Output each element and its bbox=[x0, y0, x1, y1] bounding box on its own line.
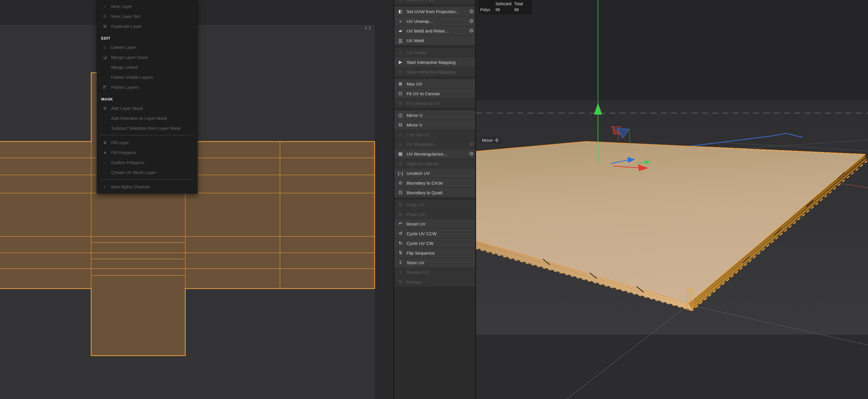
panel-item-label: UV Straighten... bbox=[407, 142, 468, 147]
panel-item-label: Copy UV bbox=[407, 202, 475, 207]
menu-item-label: Delete Layer bbox=[111, 45, 136, 50]
panel-item-label: Start Interactive Mapping bbox=[407, 60, 475, 65]
panel-item-set-uvw-from-projection[interactable]: ◧Set UVW from Projection...⚙ bbox=[394, 7, 475, 16]
boundary-quad-icon: ⊡ bbox=[397, 190, 404, 195]
panel-item-boundary-to-quad[interactable]: ⊡Boundary to Quad bbox=[394, 188, 475, 197]
fit-uv-icon: ⊡ bbox=[397, 91, 404, 96]
panel-item-reset-uv[interactable]: ↶Reset UV bbox=[394, 219, 475, 229]
peeler-icon: ▱ bbox=[397, 50, 404, 55]
menu-item-create-uv-mesh-layer: Create UV Mesh Layer bbox=[97, 167, 197, 177]
rectangularize-icon: ▦ bbox=[397, 151, 404, 157]
panel-item-label: Flip Sequence bbox=[407, 251, 475, 256]
panel-item-cycle-uv-cw[interactable]: ↻Cycle UV CW bbox=[394, 238, 475, 248]
panel-item-label: UV Rectangularize... bbox=[407, 152, 468, 157]
menu-item-flatten-layers: ◩Flatten Layers bbox=[97, 82, 197, 92]
panel-item-flip-sequence[interactable]: ⇅Flip Sequence bbox=[394, 248, 475, 258]
duplicate-layer-icon: ▣ bbox=[101, 24, 109, 29]
panel-item-label: Boundary to Circle bbox=[407, 180, 475, 186]
new-layer-set-icon: ⊞ bbox=[101, 13, 109, 19]
unwrap-icon: ≈ bbox=[397, 19, 404, 24]
move-tooltip-label: Move bbox=[482, 138, 493, 143]
panel-item-uv-weld[interactable]: [|]UV Weld bbox=[394, 36, 475, 45]
store-icon: ⇩ bbox=[397, 260, 404, 265]
uv-tile-coordinate-label: 1,1 bbox=[365, 25, 371, 30]
menu-section-edit: EDIT bbox=[97, 31, 197, 42]
grid-lines-near bbox=[567, 305, 868, 399]
3d-viewport[interactable]: Selected Total Polys 98 98 Move bbox=[476, 0, 868, 399]
panel-group: ▤Copy UV▥Paste UV↶Reset UV↺Cycle UV CCW↻… bbox=[394, 200, 475, 287]
panel-item-label: Reset UV bbox=[407, 222, 475, 227]
panel-item-uv-rectangularize[interactable]: ▦UV Rectangularize...⚙ bbox=[394, 149, 475, 159]
menu-item-outline-polygons: □Outline Polygons bbox=[97, 157, 197, 167]
panel-item-label: UV Peeler bbox=[407, 50, 475, 55]
panel-item-label: Set UVW from Projection... bbox=[407, 9, 468, 14]
outline-polygons-icon: □ bbox=[101, 160, 109, 165]
panel-item-mirror-v[interactable]: ⊟Mirror V bbox=[394, 120, 475, 130]
panel-item-copy-uv: ▤Copy UV bbox=[394, 200, 475, 209]
panel-item-label: Remap... bbox=[407, 279, 475, 285]
panel-item-line-up-uv: ▭Line Up UV bbox=[394, 130, 475, 139]
panel-item-label: Boundary to Quad bbox=[407, 190, 475, 195]
panel-item-max-uv[interactable]: ⊠Max UV bbox=[394, 79, 475, 89]
panel-item-start-interactive-mapping[interactable]: ▶Start Interactive Mapping bbox=[394, 58, 475, 67]
gear-icon[interactable]: ⚙ bbox=[468, 8, 475, 15]
menu-item-label: Duplicate Layer bbox=[111, 24, 142, 29]
plane-top-face bbox=[476, 141, 865, 303]
menu-item-label: Add Selection to Layer Mask bbox=[111, 116, 167, 121]
menu-item-add-selection-to-layer-mask: Add Selection to Layer Mask bbox=[97, 113, 197, 123]
panel-item-label: Unstitch UV bbox=[407, 171, 475, 176]
panel-group: ▱UV Peeler▶Start Interactive Mapping⊘Sto… bbox=[394, 48, 475, 76]
gear-icon[interactable]: ⚙ bbox=[468, 28, 475, 34]
menu-item-new-alpha-channel: ◐New Alpha Channel bbox=[97, 181, 197, 192]
panel-item-label: UV Weld bbox=[407, 38, 475, 43]
panel-item-label: Paste UV bbox=[407, 212, 475, 217]
flatten-layers-icon: ◩ bbox=[101, 85, 109, 90]
panel-item-label: Store UV bbox=[407, 260, 475, 265]
menu-item-new-layer: +New Layer bbox=[97, 1, 197, 11]
menu-item-label: Flatten Layers bbox=[111, 85, 139, 90]
layer-context-menu: +New Layer⊞New Layer Set▣Duplicate Layer… bbox=[97, 0, 197, 194]
panel-item-boundary-to-circle[interactable]: ⊙Boundary to Circle bbox=[394, 178, 475, 188]
panel-item-unstitch-uv[interactable]: [~]Unstitch UV bbox=[394, 168, 475, 178]
panel-item-uv-weld-and-relax[interactable]: ▰UV Weld and Relax...⚙ bbox=[394, 26, 475, 35]
menu-item-label: New Alpha Channel bbox=[111, 184, 150, 189]
trash-icon: ▯ bbox=[101, 44, 109, 50]
cycle-cw-icon: ↻ bbox=[397, 240, 404, 246]
flip-sequence-icon: ⇅ bbox=[397, 250, 404, 256]
menu-item-merge-layer-down: ◪Merge Layer Down bbox=[97, 52, 197, 62]
unstitch-icon: [~] bbox=[397, 171, 404, 176]
stats-polys-selected: 98 bbox=[495, 7, 514, 12]
gear-icon[interactable]: ⚙ bbox=[468, 151, 475, 157]
restore-icon: ⇧ bbox=[397, 269, 404, 275]
clear-pins-icon: × bbox=[397, 0, 404, 2]
menu-item-flatten-visible-layers: Flatten Visible Layers bbox=[97, 72, 197, 82]
play-icon: ▶ bbox=[397, 60, 404, 65]
stats-header-row: Selected Total bbox=[480, 1, 531, 7]
panel-item-cycle-uv-ccw[interactable]: ↺Cycle UV CCW bbox=[394, 229, 475, 238]
stats-row-label: Polys bbox=[480, 7, 495, 12]
fill-bucket-icon: ◆ bbox=[101, 140, 109, 145]
gear-icon[interactable]: ⚙ bbox=[468, 18, 475, 24]
paste-icon: ▥ bbox=[397, 211, 404, 217]
line-up-icon: ▭ bbox=[397, 132, 404, 137]
panel-item-label: Mirror U bbox=[407, 113, 475, 118]
plane-object[interactable] bbox=[476, 141, 867, 310]
boundary-circle-icon: ⊙ bbox=[397, 180, 404, 186]
panel-item-uv-unwrap[interactable]: ≈UV Unwrap...⚙ bbox=[394, 16, 475, 26]
panel-item-label: Fit Canvas to UV bbox=[407, 101, 475, 106]
y-axis-green bbox=[594, 0, 602, 163]
menu-item-label: Merge Linked bbox=[111, 65, 138, 70]
fill-polygons-icon: ■ bbox=[101, 150, 109, 155]
panel-item-fit-canvas-to-uv: ⊞Fit Canvas to UV bbox=[394, 98, 475, 108]
panel-item-fit-uv-to-canvas[interactable]: ⊡Fit UV to Canvas bbox=[394, 89, 475, 98]
uv-commands-panel: ×Clear UV Pins◧Set UVW from Projection..… bbox=[394, 0, 475, 399]
panel-item-store-uv[interactable]: ⇩Store UV bbox=[394, 258, 475, 267]
menu-item-label: Fill Layer bbox=[111, 140, 129, 145]
weld-relax-icon: ▰ bbox=[397, 28, 404, 33]
panel-item-label: Clear UV Pins bbox=[407, 0, 475, 2]
panel-item-remap: ⚒Remap... bbox=[394, 277, 475, 287]
panel-item-mirror-u[interactable]: ◫Mirror U bbox=[394, 110, 475, 120]
panel-item-label: Cycle UV CW bbox=[407, 241, 475, 246]
menu-item-label: Create UV Mesh Layer bbox=[111, 170, 156, 175]
panel-item-label: Stop Interactive Mapping bbox=[407, 69, 475, 74]
